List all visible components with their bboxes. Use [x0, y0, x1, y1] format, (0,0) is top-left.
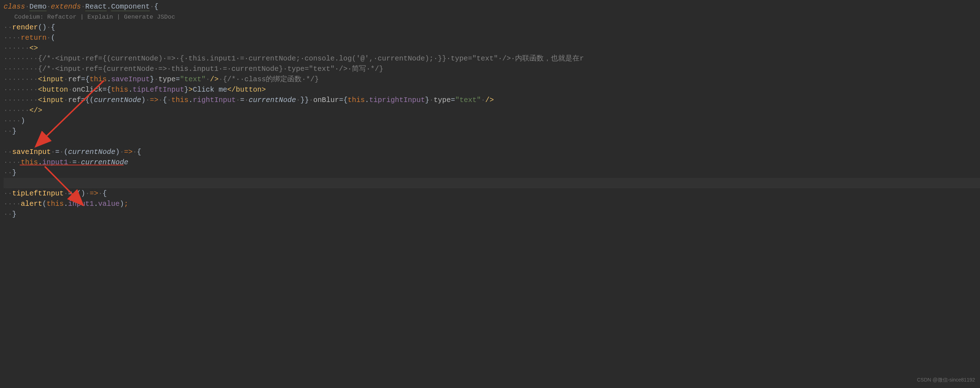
- jsx-tag-input: input: [42, 96, 64, 104]
- code-line-cursor[interactable]: [3, 178, 980, 188]
- comment-shorthand: {/*·<input·ref={currentNode·=>·this.inpu…: [38, 65, 383, 73]
- code-line[interactable]: ··render()·{: [3, 22, 980, 33]
- code-line[interactable]: ········<button·onClick={this.tipLeftInp…: [3, 84, 980, 95]
- class-demo: Demo: [29, 3, 46, 11]
- jsx-fragment-open: <>: [29, 44, 38, 52]
- code-line[interactable]: ······</>: [3, 105, 980, 116]
- attr-onclick: onClick: [72, 86, 102, 94]
- codelens-prefix: Codeium:: [14, 14, 47, 21]
- codelens-explain[interactable]: Explain: [88, 14, 113, 21]
- method-render: render: [12, 23, 38, 32]
- keyword-return: return: [21, 34, 46, 42]
- codelens-row: Codeium: Refactor | Explain | Generate J…: [3, 12, 980, 22]
- codelens-jsdoc[interactable]: Generate JSDoc: [124, 14, 175, 21]
- prop-tipright: tiprightInput: [369, 96, 425, 104]
- code-line[interactable]: ··}: [3, 126, 980, 136]
- code-line[interactable]: ········<input·ref={(currentNode)·=>·{·t…: [3, 95, 980, 105]
- jsx-fragment-close: </>: [29, 106, 42, 114]
- code-line[interactable]: ········{/*·<input·ref={currentNode·=>·t…: [3, 64, 980, 74]
- fn-alert: alert: [21, 200, 42, 208]
- attr-onblur: onBlur: [313, 96, 339, 104]
- code-line[interactable]: [3, 136, 980, 147]
- prop-tipleft: tipLeftInput: [132, 86, 184, 94]
- code-line[interactable]: ········<input·ref={this.saveInput}·type…: [3, 74, 980, 84]
- attr-ref: ref: [68, 96, 81, 104]
- code-editor[interactable]: class·Demo·extends·React.Component·{ Cod…: [0, 0, 980, 219]
- prop-saveinput: saveInput: [111, 75, 150, 83]
- class-react: React: [85, 3, 107, 11]
- code-line[interactable]: ··saveInput·=·(currentNode)·=>·{: [3, 147, 980, 157]
- codelens-refactor[interactable]: Refactor: [47, 14, 76, 21]
- watermark: CSDN @微信-since81192: [917, 375, 975, 385]
- comment-inline-fn: {/*·<input·ref={(currentNode)·=>·{·this.…: [38, 54, 584, 63]
- annotation-underline: [20, 165, 124, 165]
- code-line[interactable]: ····return·(: [3, 33, 980, 43]
- jsx-tag-button: button: [42, 86, 68, 94]
- param-currentnode: currentNode: [68, 148, 115, 156]
- keyword-extends: extends: [51, 3, 81, 11]
- method-tipleft: tipLeftInput: [12, 189, 64, 198]
- button-text: Click me: [193, 86, 227, 94]
- keyword-class: class: [3, 3, 25, 11]
- code-line[interactable]: ········{/*·<input·ref={(currentNode)·=>…: [3, 53, 980, 64]
- method-saveinput: saveInput: [12, 148, 51, 156]
- attr-ref: ref: [68, 75, 81, 83]
- class-component: Component: [111, 3, 150, 11]
- code-line[interactable]: ··tipLeftInput·=·()·=>·{: [3, 188, 980, 199]
- param-currentnode: currentNode: [94, 96, 141, 104]
- code-line[interactable]: ····alert(this.input1.value);: [3, 199, 980, 209]
- prop-rightinput: rightInput: [193, 96, 236, 104]
- code-line[interactable]: ······<>: [3, 43, 980, 53]
- prop-input1: input1: [68, 200, 94, 208]
- code-line[interactable]: ··}: [3, 168, 980, 178]
- jsx-tag-input: input: [42, 75, 64, 83]
- code-line[interactable]: ··}: [3, 209, 980, 219]
- code-line[interactable]: ····this.input1·=·currentNode: [3, 157, 980, 168]
- code-line[interactable]: ····): [3, 116, 980, 126]
- code-line[interactable]: class·Demo·extends·React.Component·{: [3, 2, 980, 12]
- prop-value: value: [98, 200, 119, 208]
- attr-type: type: [158, 75, 175, 83]
- comment-class-bound: {/*··class的绑定函数·*/}: [223, 75, 319, 83]
